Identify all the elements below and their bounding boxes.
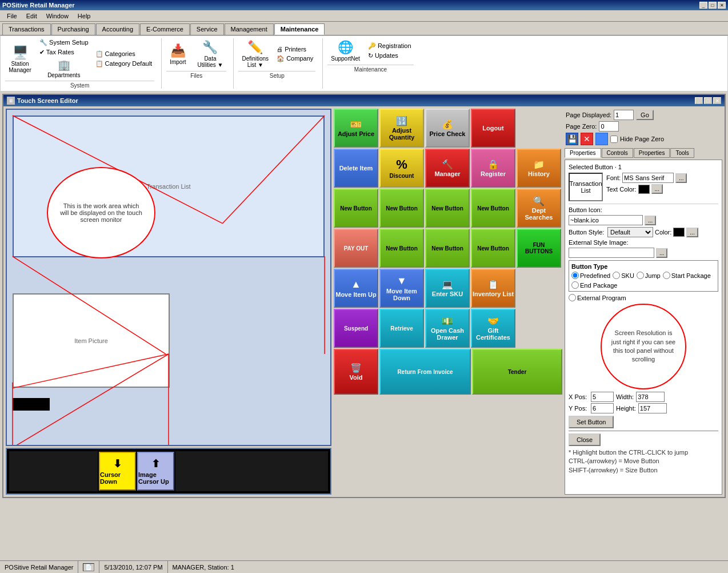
fun-buttons-btn[interactable]: FUNBUTTONS	[517, 229, 561, 268]
new-btn-4[interactable]: New Button	[471, 189, 515, 228]
manager-btn[interactable]: 🔨 Manager	[425, 149, 470, 188]
retrieve-btn[interactable]: Retrieve	[379, 309, 424, 348]
tse-minimize-btn[interactable]: _	[695, 97, 703, 104]
x-pos-input[interactable]	[591, 392, 614, 402]
tender-btn[interactable]: Tender	[472, 349, 562, 395]
tab-service[interactable]: Service	[190, 23, 224, 35]
pay-out-btn[interactable]: PAY OUT	[334, 229, 378, 268]
tab-maintenance[interactable]: Maintenance	[274, 23, 325, 35]
external-style-input[interactable]	[569, 248, 654, 258]
station-manager-btn[interactable]: 🖥️ StationManager	[5, 43, 35, 75]
menu-window[interactable]: Window	[42, 11, 73, 21]
external-program-option[interactable]: External Program	[569, 294, 718, 301]
suspend-btn[interactable]: Suspend	[334, 309, 378, 348]
tab-management[interactable]: Management	[225, 23, 274, 35]
close-btn[interactable]: Close	[569, 433, 601, 446]
import-btn[interactable]: 📥 Import	[166, 42, 189, 67]
tax-rates-btn[interactable]: ✔ Tax Rates	[37, 48, 91, 57]
discount-btn[interactable]: % Discount	[379, 149, 424, 188]
company-btn[interactable]: 🏠 Company	[274, 54, 315, 63]
height-input[interactable]	[638, 403, 667, 413]
move-item-up-btn[interactable]: ▲ Move Item Up	[334, 269, 378, 308]
updates-btn[interactable]: ↻ Updates	[366, 51, 414, 60]
new-btn-3[interactable]: New Button	[425, 189, 470, 228]
minimize-btn[interactable]: _	[699, 2, 707, 9]
item-picture-box[interactable]: Item Picture	[13, 293, 170, 388]
new-btn-7[interactable]: New Button	[471, 229, 515, 268]
text-color-btn[interactable]: ...	[651, 184, 663, 194]
logout-btn[interactable]: Logout	[471, 109, 515, 148]
button-icon-browse-btn[interactable]: ...	[645, 216, 656, 225]
new-btn-1[interactable]: New Button	[334, 189, 378, 228]
supportnet-btn[interactable]: 🌐 SupportNet	[327, 38, 363, 63]
button-color-btn[interactable]: ...	[686, 228, 698, 237]
black-box	[13, 398, 50, 411]
move-item-down-btn[interactable]: ▼ Move Item Down	[379, 269, 424, 308]
x-icon[interactable]: ✕	[581, 133, 593, 145]
departments-btn[interactable]: 🏢 Departments	[37, 58, 91, 79]
close-btn[interactable]: ✕	[718, 2, 726, 9]
gift-certificates-btn[interactable]: 🤝 Gift Certificates	[471, 309, 515, 348]
radio-sku[interactable]: SKU	[613, 272, 634, 279]
printers-btn[interactable]: 🖨 Printers	[274, 45, 315, 53]
tab-tools[interactable]: Tools	[670, 148, 694, 158]
maximize-btn[interactable]: □	[709, 2, 717, 9]
registration-btn[interactable]: 🔑 Registration	[366, 42, 414, 50]
category-default-btn[interactable]: 📋 Category Default	[93, 59, 155, 68]
font-browse-btn[interactable]: ...	[675, 173, 687, 183]
new-btn-5[interactable]: New Button	[379, 229, 424, 268]
page-zero-input[interactable]	[599, 121, 619, 132]
register-btn[interactable]: 🔒 Register	[471, 149, 515, 188]
work-area[interactable]: Transaction List This is the work area w…	[6, 109, 331, 446]
tse-maximize-btn[interactable]: □	[704, 97, 712, 104]
y-pos-input[interactable]	[591, 403, 614, 413]
tab-controls[interactable]: Controls	[602, 148, 633, 158]
status-datetime: 5/13/2010, 12:07 PM	[99, 561, 167, 573]
system-setup-btn[interactable]: 🔧 System Setup	[37, 38, 91, 47]
tab-properties-2[interactable]: Properties	[634, 148, 670, 158]
dept-searches-btn[interactable]: 🔍 Dept Searches	[517, 189, 561, 228]
page-displayed-input[interactable]	[614, 110, 634, 120]
history-btn[interactable]: 📁 History	[517, 149, 561, 188]
save-icon[interactable]: 💾	[566, 133, 578, 145]
adjust-quantity-btn[interactable]: 🔢 Adjust Quantity	[379, 109, 424, 148]
hide-page-zero-checkbox[interactable]	[610, 136, 618, 143]
set-button-btn[interactable]: Set Button	[569, 416, 614, 428]
definitions-list-btn[interactable]: ✏️ DefinitionsList ▼	[238, 38, 272, 70]
font-input[interactable]	[622, 173, 674, 183]
inventory-list-btn[interactable]: 📋 Inventory List	[471, 269, 515, 308]
tab-ecommerce[interactable]: E-Commerce	[140, 23, 190, 35]
enter-sku-btn[interactable]: 💻 Enter SKU	[425, 269, 470, 308]
open-cash-drawer-btn[interactable]: 💵 Open Cash Drawer	[425, 309, 470, 348]
tab-accounting[interactable]: Accounting	[96, 23, 139, 35]
external-style-browse-btn[interactable]: ...	[656, 248, 667, 258]
adjust-price-btn[interactable]: 🎫 Adjust Price	[334, 109, 378, 148]
return-from-invoice-btn[interactable]: Return From Invoice	[379, 349, 471, 395]
go-btn[interactable]: Go	[636, 110, 654, 120]
void-btn[interactable]: 🗑️ Void	[334, 349, 378, 395]
radio-predefined[interactable]: Predefined	[571, 272, 610, 279]
menu-file[interactable]: File	[2, 11, 22, 21]
image-cursor-up-btn[interactable]: ⬆ Image Cursor Up	[137, 452, 174, 491]
tab-transactions[interactable]: Transactions	[2, 23, 51, 35]
width-input[interactable]	[636, 392, 665, 402]
menu-edit[interactable]: Edit	[22, 11, 42, 21]
categories-btn[interactable]: 📋 Categories	[93, 50, 155, 58]
menu-help[interactable]: Help	[73, 11, 95, 21]
delete-item-btn[interactable]: Delete Item	[334, 149, 378, 188]
data-utilities-btn[interactable]: 🔧 DataUtilities ▼	[194, 38, 227, 70]
radio-end-package[interactable]: End Package	[571, 281, 617, 289]
new-btn-2[interactable]: New Button	[379, 189, 424, 228]
radio-start-package[interactable]: Start Package	[663, 272, 711, 279]
radio-jump[interactable]: Jump	[637, 272, 661, 279]
button-style-select[interactable]: Default	[607, 227, 653, 237]
tab-properties-1[interactable]: Properties	[565, 148, 601, 158]
page-controls: Page Displayed: Go Page Zero: 💾 ✕ Hide P…	[565, 109, 722, 146]
cursor-down-btn[interactable]: ⬇ Cursor Down	[99, 452, 136, 491]
price-check-btn[interactable]: 💰 Price Check	[425, 109, 470, 148]
new-btn-6[interactable]: New Button	[425, 229, 470, 268]
tab-purchasing[interactable]: Purchasing	[51, 23, 95, 35]
button-icon-input[interactable]	[569, 215, 643, 225]
toolbar-black-right	[175, 451, 328, 491]
tse-close-btn[interactable]: ✕	[713, 97, 721, 104]
